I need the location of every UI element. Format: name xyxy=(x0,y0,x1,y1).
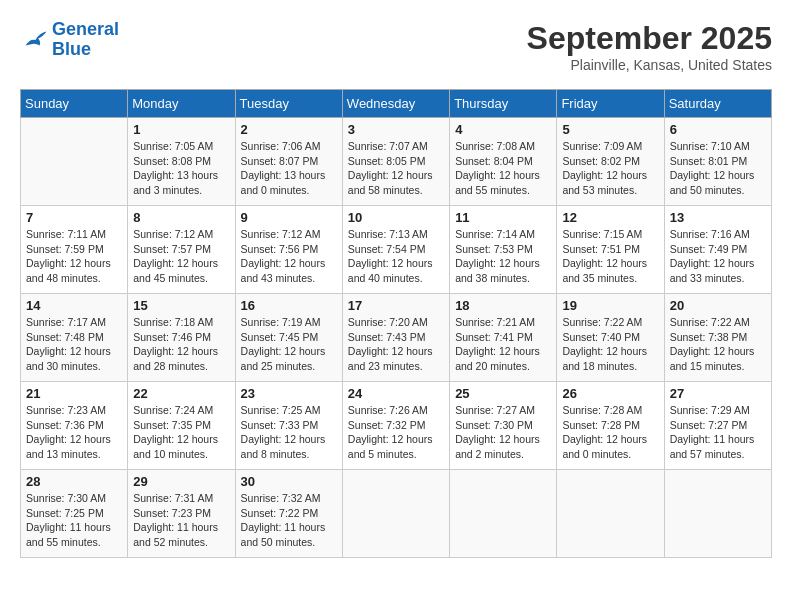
day-number: 13 xyxy=(670,210,766,225)
calendar-cell: 8Sunrise: 7:12 AMSunset: 7:57 PMDaylight… xyxy=(128,206,235,294)
calendar-cell: 22Sunrise: 7:24 AMSunset: 7:35 PMDayligh… xyxy=(128,382,235,470)
day-number: 12 xyxy=(562,210,658,225)
title-block: September 2025 Plainville, Kansas, Unite… xyxy=(527,20,772,73)
day-number: 7 xyxy=(26,210,122,225)
calendar-week-row: 1Sunrise: 7:05 AMSunset: 8:08 PMDaylight… xyxy=(21,118,772,206)
calendar-cell: 18Sunrise: 7:21 AMSunset: 7:41 PMDayligh… xyxy=(450,294,557,382)
weekday-header: Friday xyxy=(557,90,664,118)
calendar-cell: 4Sunrise: 7:08 AMSunset: 8:04 PMDaylight… xyxy=(450,118,557,206)
day-number: 16 xyxy=(241,298,337,313)
day-info: Sunrise: 7:08 AMSunset: 8:04 PMDaylight:… xyxy=(455,139,551,198)
day-number: 9 xyxy=(241,210,337,225)
weekday-header: Saturday xyxy=(664,90,771,118)
weekday-header: Wednesday xyxy=(342,90,449,118)
logo-text: General Blue xyxy=(52,20,119,60)
day-number: 26 xyxy=(562,386,658,401)
day-number: 27 xyxy=(670,386,766,401)
day-number: 25 xyxy=(455,386,551,401)
calendar-cell: 19Sunrise: 7:22 AMSunset: 7:40 PMDayligh… xyxy=(557,294,664,382)
calendar-cell: 26Sunrise: 7:28 AMSunset: 7:28 PMDayligh… xyxy=(557,382,664,470)
day-number: 19 xyxy=(562,298,658,313)
day-info: Sunrise: 7:05 AMSunset: 8:08 PMDaylight:… xyxy=(133,139,229,198)
day-info: Sunrise: 7:07 AMSunset: 8:05 PMDaylight:… xyxy=(348,139,444,198)
day-info: Sunrise: 7:15 AMSunset: 7:51 PMDaylight:… xyxy=(562,227,658,286)
calendar-cell xyxy=(342,470,449,558)
day-info: Sunrise: 7:12 AMSunset: 7:57 PMDaylight:… xyxy=(133,227,229,286)
day-number: 24 xyxy=(348,386,444,401)
logo-bird-icon xyxy=(20,26,48,54)
day-number: 23 xyxy=(241,386,337,401)
day-info: Sunrise: 7:13 AMSunset: 7:54 PMDaylight:… xyxy=(348,227,444,286)
day-info: Sunrise: 7:27 AMSunset: 7:30 PMDaylight:… xyxy=(455,403,551,462)
calendar-cell: 24Sunrise: 7:26 AMSunset: 7:32 PMDayligh… xyxy=(342,382,449,470)
day-number: 1 xyxy=(133,122,229,137)
calendar-cell: 5Sunrise: 7:09 AMSunset: 8:02 PMDaylight… xyxy=(557,118,664,206)
calendar-cell xyxy=(21,118,128,206)
calendar-cell: 3Sunrise: 7:07 AMSunset: 8:05 PMDaylight… xyxy=(342,118,449,206)
calendar-cell xyxy=(664,470,771,558)
calendar-cell: 1Sunrise: 7:05 AMSunset: 8:08 PMDaylight… xyxy=(128,118,235,206)
day-info: Sunrise: 7:18 AMSunset: 7:46 PMDaylight:… xyxy=(133,315,229,374)
day-number: 20 xyxy=(670,298,766,313)
weekday-header: Sunday xyxy=(21,90,128,118)
day-info: Sunrise: 7:24 AMSunset: 7:35 PMDaylight:… xyxy=(133,403,229,462)
page-header: General Blue September 2025 Plainville, … xyxy=(20,20,772,73)
day-number: 8 xyxy=(133,210,229,225)
calendar-week-row: 14Sunrise: 7:17 AMSunset: 7:48 PMDayligh… xyxy=(21,294,772,382)
weekday-header: Monday xyxy=(128,90,235,118)
calendar-cell: 21Sunrise: 7:23 AMSunset: 7:36 PMDayligh… xyxy=(21,382,128,470)
weekday-header: Thursday xyxy=(450,90,557,118)
calendar-cell xyxy=(557,470,664,558)
calendar-cell: 12Sunrise: 7:15 AMSunset: 7:51 PMDayligh… xyxy=(557,206,664,294)
day-info: Sunrise: 7:20 AMSunset: 7:43 PMDaylight:… xyxy=(348,315,444,374)
calendar-cell: 23Sunrise: 7:25 AMSunset: 7:33 PMDayligh… xyxy=(235,382,342,470)
day-info: Sunrise: 7:11 AMSunset: 7:59 PMDaylight:… xyxy=(26,227,122,286)
day-info: Sunrise: 7:19 AMSunset: 7:45 PMDaylight:… xyxy=(241,315,337,374)
calendar-cell: 25Sunrise: 7:27 AMSunset: 7:30 PMDayligh… xyxy=(450,382,557,470)
day-info: Sunrise: 7:31 AMSunset: 7:23 PMDaylight:… xyxy=(133,491,229,550)
day-info: Sunrise: 7:23 AMSunset: 7:36 PMDaylight:… xyxy=(26,403,122,462)
day-number: 15 xyxy=(133,298,229,313)
day-info: Sunrise: 7:22 AMSunset: 7:38 PMDaylight:… xyxy=(670,315,766,374)
day-info: Sunrise: 7:25 AMSunset: 7:33 PMDaylight:… xyxy=(241,403,337,462)
day-info: Sunrise: 7:10 AMSunset: 8:01 PMDaylight:… xyxy=(670,139,766,198)
day-info: Sunrise: 7:30 AMSunset: 7:25 PMDaylight:… xyxy=(26,491,122,550)
day-number: 5 xyxy=(562,122,658,137)
day-number: 22 xyxy=(133,386,229,401)
calendar-cell: 10Sunrise: 7:13 AMSunset: 7:54 PMDayligh… xyxy=(342,206,449,294)
day-number: 10 xyxy=(348,210,444,225)
day-info: Sunrise: 7:16 AMSunset: 7:49 PMDaylight:… xyxy=(670,227,766,286)
day-info: Sunrise: 7:21 AMSunset: 7:41 PMDaylight:… xyxy=(455,315,551,374)
calendar-cell: 17Sunrise: 7:20 AMSunset: 7:43 PMDayligh… xyxy=(342,294,449,382)
calendar-table: SundayMondayTuesdayWednesdayThursdayFrid… xyxy=(20,89,772,558)
day-info: Sunrise: 7:09 AMSunset: 8:02 PMDaylight:… xyxy=(562,139,658,198)
calendar-cell: 16Sunrise: 7:19 AMSunset: 7:45 PMDayligh… xyxy=(235,294,342,382)
calendar-cell: 11Sunrise: 7:14 AMSunset: 7:53 PMDayligh… xyxy=(450,206,557,294)
calendar-week-row: 28Sunrise: 7:30 AMSunset: 7:25 PMDayligh… xyxy=(21,470,772,558)
day-number: 21 xyxy=(26,386,122,401)
calendar-cell xyxy=(450,470,557,558)
day-info: Sunrise: 7:06 AMSunset: 8:07 PMDaylight:… xyxy=(241,139,337,198)
day-info: Sunrise: 7:12 AMSunset: 7:56 PMDaylight:… xyxy=(241,227,337,286)
calendar-cell: 9Sunrise: 7:12 AMSunset: 7:56 PMDaylight… xyxy=(235,206,342,294)
day-info: Sunrise: 7:29 AMSunset: 7:27 PMDaylight:… xyxy=(670,403,766,462)
day-number: 30 xyxy=(241,474,337,489)
day-number: 11 xyxy=(455,210,551,225)
day-info: Sunrise: 7:32 AMSunset: 7:22 PMDaylight:… xyxy=(241,491,337,550)
day-info: Sunrise: 7:14 AMSunset: 7:53 PMDaylight:… xyxy=(455,227,551,286)
calendar-week-row: 7Sunrise: 7:11 AMSunset: 7:59 PMDaylight… xyxy=(21,206,772,294)
calendar-week-row: 21Sunrise: 7:23 AMSunset: 7:36 PMDayligh… xyxy=(21,382,772,470)
day-number: 28 xyxy=(26,474,122,489)
calendar-cell: 27Sunrise: 7:29 AMSunset: 7:27 PMDayligh… xyxy=(664,382,771,470)
calendar-cell: 29Sunrise: 7:31 AMSunset: 7:23 PMDayligh… xyxy=(128,470,235,558)
day-number: 4 xyxy=(455,122,551,137)
day-number: 29 xyxy=(133,474,229,489)
weekday-header: Tuesday xyxy=(235,90,342,118)
calendar-cell: 30Sunrise: 7:32 AMSunset: 7:22 PMDayligh… xyxy=(235,470,342,558)
calendar-cell: 14Sunrise: 7:17 AMSunset: 7:48 PMDayligh… xyxy=(21,294,128,382)
day-number: 6 xyxy=(670,122,766,137)
calendar-cell: 15Sunrise: 7:18 AMSunset: 7:46 PMDayligh… xyxy=(128,294,235,382)
calendar-cell: 7Sunrise: 7:11 AMSunset: 7:59 PMDaylight… xyxy=(21,206,128,294)
calendar-cell: 28Sunrise: 7:30 AMSunset: 7:25 PMDayligh… xyxy=(21,470,128,558)
day-info: Sunrise: 7:17 AMSunset: 7:48 PMDaylight:… xyxy=(26,315,122,374)
